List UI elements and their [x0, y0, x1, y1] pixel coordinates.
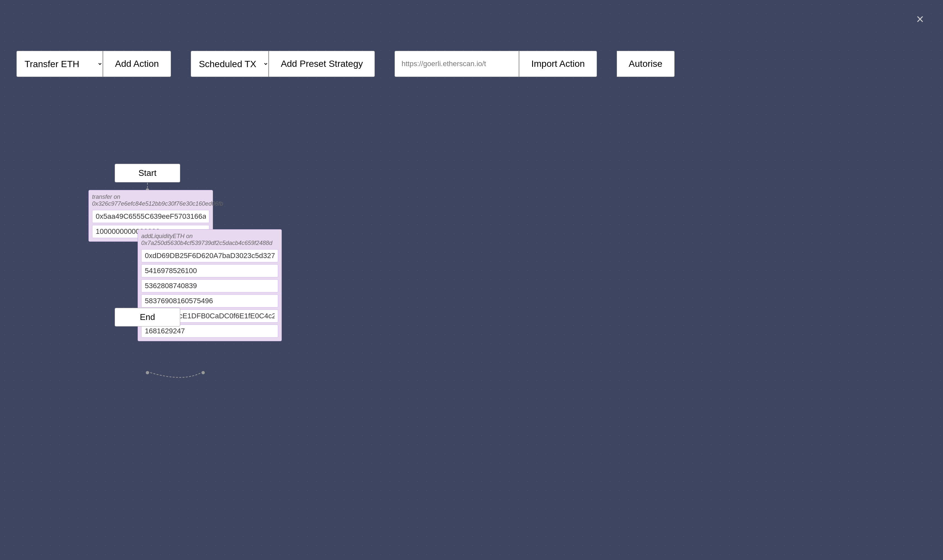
close-button[interactable]: ×: [910, 9, 930, 29]
svg-point-4: [202, 371, 205, 374]
add-preset-group: Scheduled TXTrigger TX Add Preset Strate…: [191, 51, 375, 77]
start-label: Start: [139, 168, 157, 178]
start-node: Start: [115, 164, 180, 182]
add-liquidity-field-5[interactable]: [141, 325, 278, 338]
add-action-button[interactable]: Add Action: [103, 51, 171, 77]
end-node: End: [115, 308, 180, 326]
add-liquidity-field-3[interactable]: [141, 294, 278, 308]
add-liquidity-field-1[interactable]: [141, 264, 278, 277]
svg-point-5: [146, 371, 149, 374]
transfer-field-0[interactable]: [92, 210, 210, 223]
add-liquidity-field-2[interactable]: [141, 279, 278, 292]
import-action-button[interactable]: Import Action: [519, 51, 597, 77]
add-liquidity-card-title: addLiquidityETH on 0x7a250d5630b4cf53973…: [141, 233, 278, 246]
toolbar: Transfer ETHTransfer ERC20SwapAdd Liquid…: [16, 51, 927, 77]
add-preset-button[interactable]: Add Preset Strategy: [269, 51, 375, 77]
add-action-group: Transfer ETHTransfer ERC20SwapAdd Liquid…: [16, 51, 171, 77]
canvas-area: Start transfer on 0x326c977e6efc84e512bb…: [0, 92, 943, 560]
import-action-group: Import Action: [394, 51, 597, 77]
add-liquidity-field-0[interactable]: [141, 249, 278, 262]
end-label: End: [140, 312, 155, 322]
action-type-select[interactable]: Transfer ETHTransfer ERC20SwapAdd Liquid…: [16, 51, 103, 77]
url-input[interactable]: [394, 51, 519, 77]
transfer-card-title: transfer on 0x326c977e6efc84e512bb9c30f7…: [92, 194, 210, 207]
strategy-type-select[interactable]: Scheduled TXTrigger TX: [191, 51, 269, 77]
autorise-button[interactable]: Autorise: [617, 51, 675, 77]
